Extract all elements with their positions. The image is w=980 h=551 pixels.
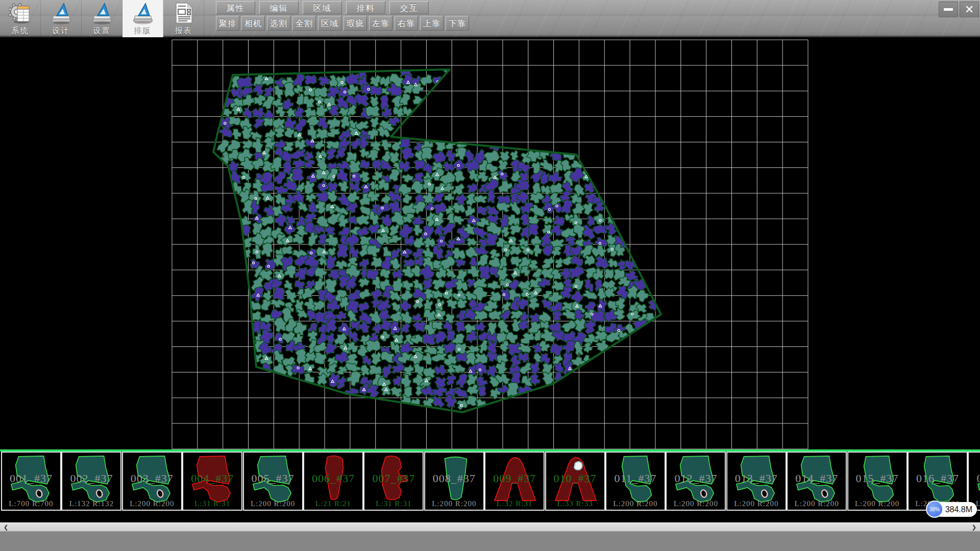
settings-ruler-icon (93, 4, 111, 24)
menu-tab-2[interactable]: 区域 (303, 1, 342, 14)
thumbnail-piece-007_#37[interactable]: 007_#37L:31 R:31 (363, 452, 424, 511)
launcher-system-gear[interactable]: 系统 (0, 0, 41, 37)
menu-tab-row: 属性编辑区域排料交互 (216, 1, 429, 14)
scroll-left-arrow-icon[interactable]: ❮ (4, 523, 8, 531)
tool-button-7[interactable]: 右靠 (395, 16, 418, 31)
piece-id-label: 012_#37 (667, 472, 725, 485)
launcher-label: 系统 (12, 26, 29, 36)
piece-id-label: 007_#37 (364, 472, 423, 485)
tool-button-0[interactable]: 聚排 (216, 16, 239, 31)
piece-id-label: 014_#37 (788, 472, 846, 485)
piece-lr-count: L:31 R:31 (364, 499, 423, 508)
piece-id-label: 002_#37 (62, 472, 120, 485)
piece-id-label: 017_#37 (969, 472, 980, 485)
overlay-progress-badge[interactable]: 384.8M 38% (926, 500, 977, 518)
module-launcher-row: 系统设计设置排版报表 (0, 0, 204, 37)
piece-id-label: 010_#37 (546, 472, 604, 485)
thumbnail-piece-011_#37[interactable]: 011_#37L:200 R:200 (605, 452, 666, 511)
piece-thumbnail-strip: 001_#37L:700 R:700002_#37L:132 R:132003_… (0, 452, 980, 511)
tool-button-row: 聚排相机选割全割区域瑕疵左靠右靠上靠下靠 (216, 16, 469, 31)
horizontal-scrollbar[interactable]: ❮ ❯ (0, 522, 980, 531)
launcher-label: 设计 (53, 26, 70, 36)
piece-id-label: 003_#37 (123, 472, 181, 485)
piece-id-label: 001_#37 (2, 472, 60, 485)
thumbnail-piece-010_#37[interactable]: 010_#37L:33 R:33 (545, 452, 605, 511)
thumbnail-piece-004_#37[interactable]: 004_#37L:31 R:31 (182, 452, 242, 511)
thumbnail-piece-003_#37[interactable]: 003_#37L:200 R:200 (122, 452, 182, 511)
close-icon: ✕ (965, 4, 974, 15)
piece-id-label: 009_#37 (485, 472, 544, 485)
piece-lr-count: L:32 R:31 (485, 499, 544, 508)
minimize-icon (944, 8, 953, 11)
piece-lr-count: L:200 R:200 (425, 499, 483, 508)
tool-button-2[interactable]: 选割 (267, 16, 290, 31)
piece-lr-count: L:200 R:200 (606, 499, 665, 508)
window-controls: ✕ (939, 2, 979, 17)
tool-button-5[interactable]: 瑕疵 (344, 16, 367, 31)
launcher-settings-ruler[interactable]: 设置 (82, 0, 122, 37)
launcher-label: 设置 (93, 26, 111, 36)
menu-tab-1[interactable]: 编辑 (259, 1, 299, 14)
thumbnail-piece-012_#37[interactable]: 012_#37L:200 R:200 (666, 452, 726, 511)
launcher-label: 排版 (134, 26, 152, 36)
system-gear-icon (9, 3, 29, 23)
piece-id-label: 011_#37 (606, 472, 665, 485)
bottom-status-bar (0, 531, 980, 551)
piece-lr-count: L:200 R:200 (788, 499, 846, 508)
thumbnail-piece-013_#37[interactable]: 013_#37L:200 R:200 (726, 452, 787, 511)
thumbnail-piece-008_#37[interactable]: 008_#37L:200 R:200 (424, 452, 484, 511)
thumbnail-piece-015_#37[interactable]: 015_#37L:200 R:200 (847, 452, 908, 511)
thumbnail-piece-002_#37[interactable]: 002_#37L:132 R:132 (61, 452, 121, 511)
menu-tab-3[interactable]: 排料 (346, 1, 385, 14)
tool-button-9[interactable]: 下靠 (446, 16, 469, 31)
thumbnail-piece-014_#37[interactable]: 014_#37L:200 R:200 (787, 452, 847, 511)
thumbnail-piece-001_#37[interactable]: 001_#37L:700 R:700 (1, 452, 61, 511)
piece-lr-count: L:200 R:200 (244, 499, 302, 508)
piece-id-label: 013_#37 (727, 472, 786, 485)
launcher-label: 报表 (175, 26, 192, 36)
piece-id-label: 015_#37 (848, 472, 906, 485)
piece-lr-count: L:200 R:200 (727, 499, 786, 508)
piece-lr-count: L:21 R:21 (304, 499, 362, 508)
piece-lr-count: L:200 R:200 (667, 499, 725, 508)
piece-lr-count: L:33 R:33 (546, 499, 604, 508)
piece-id-label: 008_#37 (425, 472, 483, 485)
close-button[interactable]: ✕ (960, 2, 979, 17)
scroll-right-arrow-icon[interactable]: ❯ (972, 523, 976, 531)
piece-lr-count: L:200 R:200 (848, 499, 906, 508)
menu-tab-0[interactable]: 属性 (216, 1, 255, 14)
launcher-design-ruler[interactable]: 设计 (41, 0, 82, 37)
menu-tab-4[interactable]: 交互 (389, 1, 429, 14)
ribbon-bar: 系统设计设置排版报表 属性编辑区域排料交互 聚排相机选割全割区域瑕疵左靠右靠上靠… (0, 0, 980, 37)
tool-button-3[interactable]: 全割 (292, 16, 316, 31)
piece-lr-count: L:31 R:31 (183, 499, 241, 508)
launcher-nesting-ruler[interactable]: 排版 (122, 0, 163, 37)
tool-button-4[interactable]: 区域 (318, 16, 341, 31)
strip-lower-gap (0, 511, 980, 522)
piece-lr-count: L:700 R:700 (2, 499, 60, 508)
minimize-button[interactable] (939, 2, 958, 17)
nesting-ruler-icon (134, 4, 152, 24)
tool-button-8[interactable]: 上靠 (420, 16, 444, 31)
tool-button-6[interactable]: 左靠 (369, 16, 393, 31)
piece-lr-count: L:132 R:132 (62, 499, 120, 508)
launcher-report-doc[interactable]: 报表 (163, 0, 204, 37)
tool-button-1[interactable]: 相机 (241, 16, 265, 31)
progress-percent-badge: 38% (926, 500, 943, 518)
piece-id-label: 006_#37 (304, 472, 362, 485)
piece-lr-count: L:200 R:200 (123, 499, 181, 508)
piece-id-label: 005_#37 (244, 472, 302, 485)
thumbnail-piece-005_#37[interactable]: 005_#37L:200 R:200 (243, 452, 303, 511)
thumbnail-piece-009_#37[interactable]: 009_#37L:32 R:31 (484, 452, 545, 511)
thumbnail-piece-006_#37[interactable]: 006_#37L:21 R:21 (303, 452, 363, 511)
report-doc-icon (176, 3, 192, 23)
nesting-canvas[interactable] (0, 37, 980, 449)
piece-id-label: 016_#37 (909, 472, 967, 485)
piece-id-label: 004_#37 (183, 472, 241, 485)
design-ruler-icon (52, 4, 70, 24)
